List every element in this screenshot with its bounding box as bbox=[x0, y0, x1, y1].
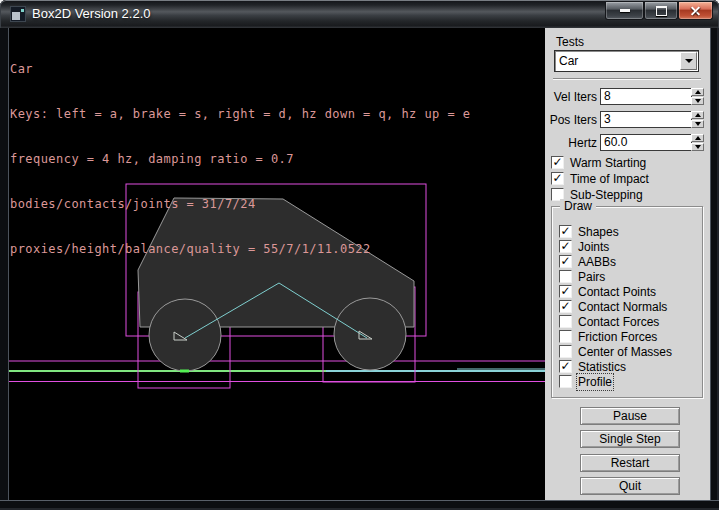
status-line: bodies/contacts/joints = 31/7/24 bbox=[10, 197, 470, 212]
hertz-row: Hertz 60.0 bbox=[545, 134, 711, 151]
checkbox-box bbox=[559, 330, 572, 343]
single-step-button[interactable]: Single Step bbox=[580, 430, 680, 448]
checkbox-box bbox=[559, 345, 572, 358]
spinner-down-button[interactable] bbox=[691, 120, 704, 128]
checkbox-label: AABBs bbox=[578, 255, 616, 269]
tests-dropdown-button[interactable] bbox=[680, 52, 697, 70]
checkbox-contact-points[interactable]: ✓ Contact Points bbox=[559, 284, 656, 299]
window-border-left bbox=[0, 28, 9, 501]
hertz-label: Hertz bbox=[568, 136, 597, 150]
window-border-bottom bbox=[0, 500, 719, 510]
window-title: Box2D Version 2.2.0 bbox=[32, 6, 151, 21]
checkbox-box: ✓ bbox=[559, 360, 572, 373]
checkbox-box bbox=[559, 315, 572, 328]
checkbox-shapes[interactable]: ✓ Shapes bbox=[559, 224, 619, 239]
titlebar[interactable]: Box2D Version 2.2.0 bbox=[0, 0, 719, 28]
pos-iters-field[interactable]: 3 bbox=[600, 111, 692, 128]
checkbox-label: Warm Starting bbox=[570, 156, 646, 170]
pos-iters-label: Pos Iters bbox=[550, 113, 597, 127]
vel-iters-row: Vel Iters 8 bbox=[545, 88, 711, 105]
side-panel: Tests Car Vel Iters 8 Pos Iters 3 bbox=[545, 28, 711, 501]
checkbox-label: Joints bbox=[578, 240, 609, 254]
minimize-icon bbox=[620, 9, 630, 12]
checkbox-label: Shapes bbox=[578, 225, 619, 239]
tests-dropdown[interactable]: Car bbox=[554, 50, 699, 72]
app-icon bbox=[10, 6, 26, 22]
checkbox-box: ✓ bbox=[559, 240, 572, 253]
vel-iters-field[interactable]: 8 bbox=[600, 88, 692, 105]
checkbox-box: ✓ bbox=[559, 225, 572, 238]
checkbox-box bbox=[559, 375, 572, 388]
checkbox-contact-normals[interactable]: ✓ Contact Normals bbox=[559, 299, 667, 314]
close-icon bbox=[690, 5, 701, 16]
vel-iters-spinner bbox=[691, 88, 704, 105]
checkbox-label: Friction Forces bbox=[578, 330, 657, 344]
checkbox-label: Profile bbox=[578, 375, 612, 389]
pause-button[interactable]: Pause bbox=[580, 407, 680, 425]
checkbox-joints[interactable]: ✓ Joints bbox=[559, 239, 609, 254]
checkbox-label: Center of Masses bbox=[578, 345, 672, 359]
hertz-field[interactable]: 60.0 bbox=[600, 134, 692, 151]
status-text: Car Keys: left = a, brake = s, right = d… bbox=[10, 32, 470, 287]
tests-label: Tests bbox=[556, 35, 584, 49]
arrow-up-icon bbox=[695, 136, 701, 140]
window-border-right bbox=[710, 28, 719, 501]
hertz-spinner bbox=[691, 134, 704, 151]
caption-buttons bbox=[605, 0, 713, 20]
checkbox-contact-forces[interactable]: Contact Forces bbox=[559, 314, 659, 329]
tests-dropdown-value: Car bbox=[559, 54, 578, 68]
checkbox-center-of-masses[interactable]: Center of Masses bbox=[559, 344, 672, 359]
chevron-down-icon bbox=[685, 59, 693, 63]
minimize-button[interactable] bbox=[605, 2, 644, 20]
vel-iters-label: Vel Iters bbox=[554, 90, 597, 104]
checkbox-pairs[interactable]: Pairs bbox=[559, 269, 605, 284]
status-line: Keys: left = a, brake = s, right = d, hz… bbox=[10, 107, 470, 122]
arrow-down-icon bbox=[695, 145, 701, 149]
pos-iters-row: Pos Iters 3 bbox=[545, 111, 711, 128]
spinner-up-button[interactable] bbox=[691, 134, 704, 142]
arrow-up-icon bbox=[695, 113, 701, 117]
car-wheel-right bbox=[334, 298, 406, 370]
checkbox-time-of-impact[interactable]: ✓ Time of Impact bbox=[551, 171, 649, 186]
checkbox-label: Time of Impact bbox=[570, 172, 649, 186]
car-wheel-left bbox=[149, 299, 221, 371]
maximize-button[interactable] bbox=[644, 2, 678, 20]
debug-canvas[interactable]: Car Keys: left = a, brake = s, right = d… bbox=[8, 28, 545, 501]
checkbox-label: Pairs bbox=[578, 270, 605, 284]
app-window: Box2D Version 2.2.0 bbox=[0, 0, 719, 510]
separator bbox=[553, 78, 701, 80]
app-icon-dot bbox=[21, 9, 24, 12]
status-line: Car bbox=[10, 62, 470, 77]
spinner-up-button[interactable] bbox=[691, 88, 704, 96]
spinner-up-button[interactable] bbox=[691, 111, 704, 119]
arrow-down-icon bbox=[695, 122, 701, 126]
checkbox-box: ✓ bbox=[559, 285, 572, 298]
close-button[interactable] bbox=[678, 2, 713, 20]
status-line: proxies/height/balance/quality = 55/7/1/… bbox=[10, 242, 470, 257]
app-icon-block bbox=[12, 12, 20, 20]
status-line: frequency = 4 hz, damping ratio = 0.7 bbox=[10, 152, 470, 167]
checkbox-box: ✓ bbox=[551, 156, 564, 169]
checkbox-box bbox=[559, 270, 572, 283]
maximize-icon bbox=[656, 6, 667, 16]
contact-point-left bbox=[180, 370, 189, 373]
spinner-down-button[interactable] bbox=[691, 97, 704, 105]
pos-iters-spinner bbox=[691, 111, 704, 128]
checkbox-label: Contact Forces bbox=[578, 315, 659, 329]
checkbox-label: Statistics bbox=[578, 360, 626, 374]
spinner-down-button[interactable] bbox=[691, 143, 704, 151]
checkbox-statistics[interactable]: ✓ Statistics bbox=[559, 359, 626, 374]
checkbox-box: ✓ bbox=[559, 255, 572, 268]
checkbox-box: ✓ bbox=[551, 172, 564, 185]
checkbox-friction-forces[interactable]: Friction Forces bbox=[559, 329, 657, 344]
arrow-up-icon bbox=[695, 90, 701, 94]
restart-button[interactable]: Restart bbox=[580, 454, 680, 472]
quit-button[interactable]: Quit bbox=[580, 477, 680, 495]
checkbox-box: ✓ bbox=[559, 300, 572, 313]
checkbox-label: Contact Points bbox=[578, 285, 656, 299]
arrow-down-icon bbox=[695, 99, 701, 103]
checkbox-profile[interactable]: Profile bbox=[559, 374, 612, 389]
checkbox-label: Contact Normals bbox=[578, 300, 667, 314]
checkbox-warm-starting[interactable]: ✓ Warm Starting bbox=[551, 155, 646, 170]
checkbox-aabbs[interactable]: ✓ AABBs bbox=[559, 254, 616, 269]
